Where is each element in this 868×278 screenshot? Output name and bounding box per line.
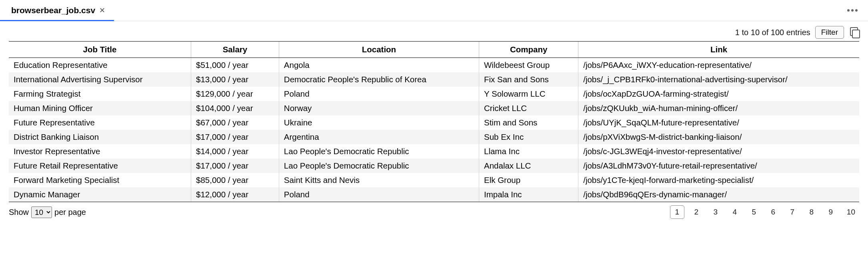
cell-company: Llama Inc <box>479 144 578 159</box>
col-job-title[interactable]: Job Title <box>9 42 191 58</box>
table-row: Future Retail Representative$17,000 / ye… <box>9 159 859 173</box>
cell-link: /jobs/A3LdhM73v0Y-future-retail-represen… <box>578 159 859 173</box>
table-row: Human Mining Officer$104,000 / yearNorwa… <box>9 101 859 115</box>
cell-title: District Banking Liaison <box>9 130 191 144</box>
cell-salary: $12,000 / year <box>191 187 279 202</box>
cell-salary: $85,000 / year <box>191 173 279 187</box>
cell-location: Democratic People's Republic of Korea <box>279 72 479 87</box>
table-toolbar: 1 to 10 of 100 entries Filter <box>9 26 859 39</box>
cell-salary: $129,000 / year <box>191 87 279 101</box>
data-table: Job Title Salary Location Company Link E… <box>9 41 859 202</box>
cell-location: Argentina <box>279 130 479 144</box>
table-row: Education Representative$51,000 / yearAn… <box>9 58 859 73</box>
table-row: Forward Marketing Specialist$85,000 / ye… <box>9 173 859 187</box>
cell-link: /jobs/ocXapDzGUOA-farming-strategist/ <box>578 87 859 101</box>
cell-salary: $17,000 / year <box>191 159 279 173</box>
entries-status: 1 to 10 of 100 entries <box>735 28 810 37</box>
cell-title: Investor Representative <box>9 144 191 159</box>
page-size-control: Show 10 per page <box>9 207 86 218</box>
cell-salary: $17,000 / year <box>191 130 279 144</box>
cell-location: Norway <box>279 101 479 115</box>
header-row: Job Title Salary Location Company Link <box>9 42 859 58</box>
cell-location: Lao People's Democratic Republic <box>279 159 479 173</box>
tab-bar: browserbear_job.csv ✕ <box>0 0 868 21</box>
cell-link: /jobs/UYjK_SqaQLM-future-representative/ <box>578 115 859 130</box>
close-icon[interactable]: ✕ <box>99 6 105 15</box>
cell-salary: $14,000 / year <box>191 144 279 159</box>
col-location[interactable]: Location <box>279 42 479 58</box>
page-button-5[interactable]: 5 <box>747 205 761 219</box>
copy-icon[interactable] <box>849 27 859 38</box>
content-area: 1 to 10 of 100 entries Filter Job Title … <box>0 21 868 226</box>
cell-company: Y Solowarm LLC <box>479 87 578 101</box>
cell-location: Lao People's Democratic Republic <box>279 144 479 159</box>
col-company[interactable]: Company <box>479 42 578 58</box>
per-page-label: per page <box>54 208 86 217</box>
cell-title: Education Representative <box>9 58 191 73</box>
cell-salary: $13,000 / year <box>191 72 279 87</box>
cell-company: Elk Group <box>479 173 578 187</box>
table-row: Dynamic Manager$12,000 / yearPolandImpal… <box>9 187 859 202</box>
pager: 12345678910 <box>670 205 859 219</box>
cell-title: International Advertising Supervisor <box>9 72 191 87</box>
col-salary[interactable]: Salary <box>191 42 279 58</box>
table-row: Future Representative$67,000 / yearUkrai… <box>9 115 859 130</box>
cell-location: Ukraine <box>279 115 479 130</box>
table-row: Farming Strategist$129,000 / yearPolandY… <box>9 87 859 101</box>
cell-link: /jobs/_j_CPB1RFk0-international-advertis… <box>578 72 859 87</box>
table-row: District Banking Liaison$17,000 / yearAr… <box>9 130 859 144</box>
cell-title: Future Retail Representative <box>9 159 191 173</box>
cell-salary: $51,000 / year <box>191 58 279 73</box>
page-button-8[interactable]: 8 <box>804 205 819 219</box>
cell-location: Angola <box>279 58 479 73</box>
cell-link: /jobs/pXViXbwgS-M-district-banking-liais… <box>578 130 859 144</box>
more-icon[interactable] <box>845 7 860 14</box>
table-row: Investor Representative$14,000 / yearLao… <box>9 144 859 159</box>
show-label: Show <box>9 208 29 217</box>
cell-title: Future Representative <box>9 115 191 130</box>
tab-active[interactable]: browserbear_job.csv ✕ <box>0 0 114 21</box>
cell-link: /jobs/c-JGL3WEqj4-investor-representativ… <box>578 144 859 159</box>
cell-link: /jobs/zQKUukb_wiA-human-mining-officer/ <box>578 101 859 115</box>
cell-link: /jobs/QbdB96qQErs-dynamic-manager/ <box>578 187 859 202</box>
tab-group: browserbear_job.csv ✕ <box>0 0 114 21</box>
cell-company: Wildebeest Group <box>479 58 578 73</box>
cell-company: Fix San and Sons <box>479 72 578 87</box>
tab-title: browserbear_job.csv <box>11 6 95 15</box>
page-button-6[interactable]: 6 <box>766 205 780 219</box>
cell-company: Cricket LLC <box>479 101 578 115</box>
cell-title: Human Mining Officer <box>9 101 191 115</box>
page-button-2[interactable]: 2 <box>689 205 704 219</box>
cell-link: /jobs/P6AAxc_iWXY-education-representati… <box>578 58 859 73</box>
page-button-1[interactable]: 1 <box>670 205 684 219</box>
cell-title: Farming Strategist <box>9 87 191 101</box>
cell-salary: $104,000 / year <box>191 101 279 115</box>
cell-company: Impala Inc <box>479 187 578 202</box>
cell-company: Andalax LLC <box>479 159 578 173</box>
cell-location: Saint Kitts and Nevis <box>279 173 479 187</box>
cell-salary: $67,000 / year <box>191 115 279 130</box>
page-button-4[interactable]: 4 <box>728 205 742 219</box>
col-link[interactable]: Link <box>578 42 859 58</box>
page-size-select[interactable]: 10 <box>31 207 52 218</box>
table-footer: Show 10 per page 12345678910 <box>9 205 859 219</box>
filter-button[interactable]: Filter <box>815 26 844 39</box>
cell-location: Poland <box>279 87 479 101</box>
cell-company: Sub Ex Inc <box>479 130 578 144</box>
cell-title: Forward Marketing Specialist <box>9 173 191 187</box>
cell-location: Poland <box>279 187 479 202</box>
table-row: International Advertising Supervisor$13,… <box>9 72 859 87</box>
page-button-9[interactable]: 9 <box>824 205 838 219</box>
page-button-3[interactable]: 3 <box>708 205 723 219</box>
cell-title: Dynamic Manager <box>9 187 191 202</box>
page-button-7[interactable]: 7 <box>785 205 800 219</box>
page-button-10[interactable]: 10 <box>843 205 859 219</box>
cell-link: /jobs/y1CTe-kjeqI-forward-marketing-spec… <box>578 173 859 187</box>
cell-company: Stim and Sons <box>479 115 578 130</box>
